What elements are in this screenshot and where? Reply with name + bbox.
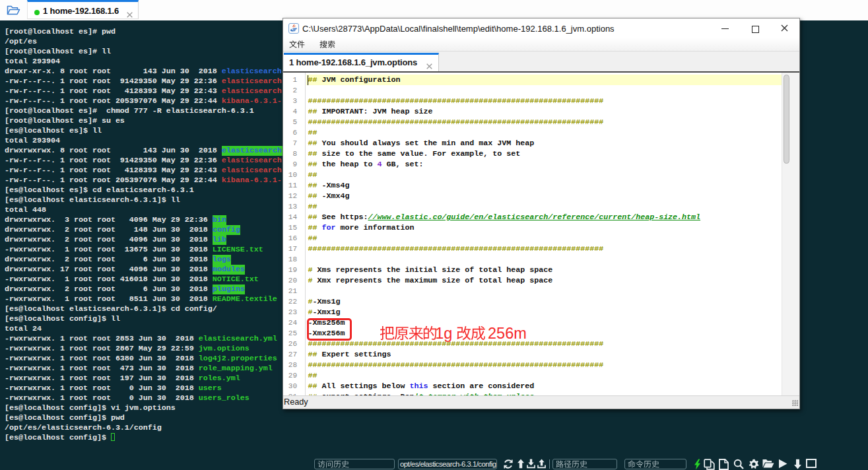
svg-text:256m: 256m xyxy=(488,325,526,342)
svg-text:1g: 1g xyxy=(436,325,453,342)
